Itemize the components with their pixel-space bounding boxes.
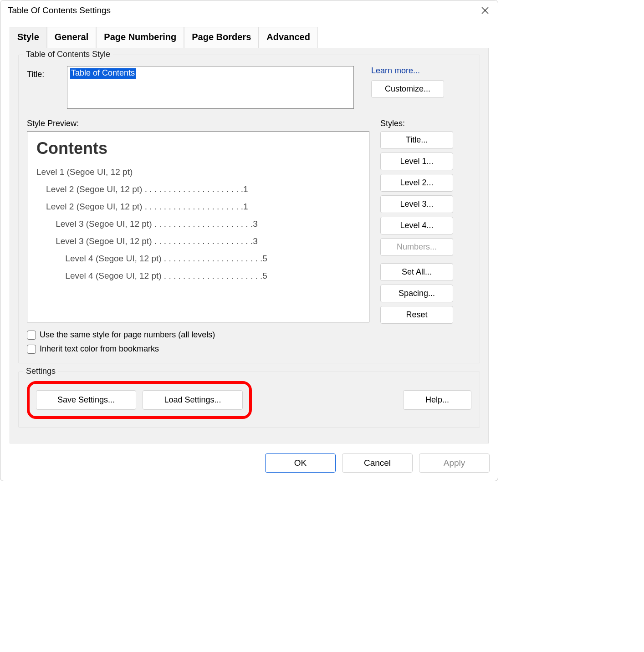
preview-line: Level 3 (Segoe UI, 12 pt) . . . . . . . …	[36, 215, 360, 233]
preview-line: Level 2 (Segoe UI, 12 pt) . . . . . . . …	[36, 181, 360, 198]
titlebar: Table Of Contents Settings	[0, 0, 498, 20]
styles-label: Styles:	[380, 119, 453, 128]
preview-line: Level 2 (Segoe UI, 12 pt) . . . . . . . …	[36, 198, 360, 215]
tab-strip: Style General Page Numbering Page Border…	[0, 20, 498, 48]
preview-line: Level 3 (Segoe UI, 12 pt) . . . . . . . …	[36, 233, 360, 250]
inherit-color-row[interactable]: Inherit text color from bookmarks	[27, 344, 471, 354]
preview-label: Style Preview:	[27, 119, 369, 128]
style-level4-button[interactable]: Level 4...	[380, 217, 453, 234]
dialog-footer: OK Cancel Apply	[0, 443, 498, 481]
tab-general[interactable]: General	[47, 27, 96, 48]
title-row: Title: Table of Contents Learn more... C…	[27, 66, 471, 109]
same-page-numbers-checkbox[interactable]	[27, 331, 36, 340]
cancel-button[interactable]: Cancel	[342, 453, 413, 473]
apply-button[interactable]: Apply	[419, 453, 490, 473]
set-all-button[interactable]: Set All...	[380, 263, 453, 281]
tab-content: Table of Contents Style Title: Table of …	[10, 48, 489, 443]
help-wrap: Help...	[403, 390, 471, 410]
preview-section: Style Preview: Contents Level 1 (Segoe U…	[27, 119, 471, 324]
title-input-value: Table of Contents	[70, 68, 136, 79]
tab-advanced[interactable]: Advanced	[259, 27, 318, 48]
highlight-annotation: Save Settings... Load Settings...	[27, 381, 252, 419]
style-group-legend: Table of Contents Style	[23, 50, 113, 59]
dialog-title: Table Of Contents Settings	[8, 5, 111, 15]
style-level2-button[interactable]: Level 2...	[380, 174, 453, 192]
title-input[interactable]: Table of Contents	[67, 66, 354, 109]
inherit-color-label: Inherit text color from bookmarks	[40, 344, 159, 354]
preview-line: Level 4 (Segoe UI, 12 pt) . . . . . . . …	[36, 267, 360, 285]
preview-heading: Contents	[36, 139, 360, 158]
preview-left: Style Preview: Contents Level 1 (Segoe U…	[27, 119, 369, 324]
style-title-button[interactable]: Title...	[380, 131, 453, 149]
dialog-window: Table Of Contents Settings Style General…	[0, 0, 498, 481]
tab-page-borders[interactable]: Page Borders	[184, 27, 259, 48]
style-level3-button[interactable]: Level 3...	[380, 195, 453, 213]
close-button[interactable]	[478, 3, 492, 18]
title-label: Title:	[27, 66, 61, 79]
customize-button[interactable]: Customize...	[371, 80, 444, 98]
tab-page-numbering[interactable]: Page Numbering	[96, 27, 184, 48]
style-preview-box: Contents Level 1 (Segoe UI, 12 pt) Level…	[27, 131, 369, 322]
style-level1-button[interactable]: Level 1...	[380, 153, 453, 170]
reset-button[interactable]: Reset	[380, 306, 453, 324]
save-settings-button[interactable]: Save Settings...	[36, 390, 136, 410]
same-page-numbers-row[interactable]: Use the same style for page numbers (all…	[27, 330, 471, 340]
help-button[interactable]: Help...	[403, 390, 471, 410]
load-settings-button[interactable]: Load Settings...	[143, 390, 243, 410]
preview-line: Level 4 (Segoe UI, 12 pt) . . . . . . . …	[36, 250, 360, 267]
style-group: Table of Contents Style Title: Table of …	[18, 55, 480, 363]
styles-col: Styles: Title... Level 1... Level 2... L…	[380, 119, 453, 324]
learn-more-link[interactable]: Learn more...	[371, 66, 444, 76]
style-numbers-button[interactable]: Numbers...	[380, 238, 453, 256]
close-icon	[481, 7, 489, 14]
settings-legend: Settings	[23, 367, 58, 376]
inherit-color-checkbox[interactable]	[27, 345, 36, 354]
styles-buttons: Title... Level 1... Level 2... Level 3..…	[380, 131, 453, 324]
ok-button[interactable]: OK	[265, 453, 336, 473]
settings-group: Settings Save Settings... Load Settings.…	[18, 372, 480, 428]
tab-style[interactable]: Style	[10, 27, 47, 48]
same-page-numbers-label: Use the same style for page numbers (all…	[40, 330, 215, 340]
settings-row: Save Settings... Load Settings... Help..…	[27, 381, 471, 419]
spacing-button[interactable]: Spacing...	[380, 285, 453, 302]
preview-line: Level 1 (Segoe UI, 12 pt)	[36, 163, 360, 181]
title-side-col: Learn more... Customize...	[371, 66, 444, 98]
